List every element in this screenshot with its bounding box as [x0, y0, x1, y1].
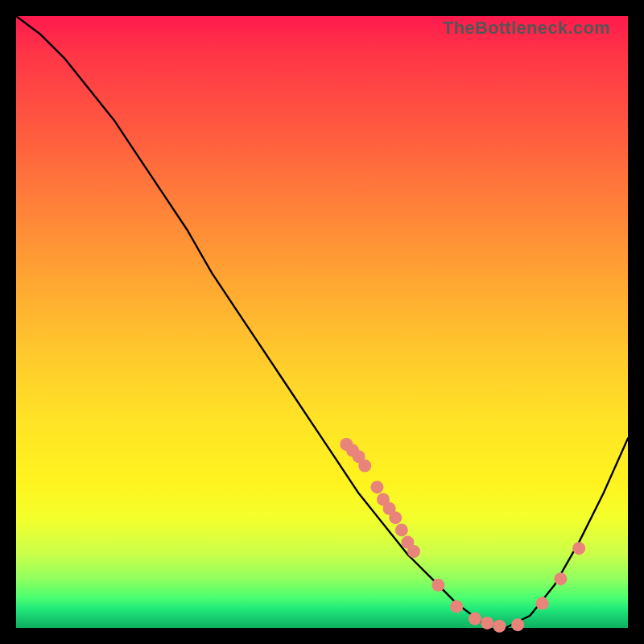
data-marker	[389, 511, 402, 524]
data-marker	[395, 523, 408, 536]
chart-frame: TheBottleneck.com	[16, 16, 628, 628]
data-marker	[407, 545, 420, 558]
data-marker	[572, 542, 585, 555]
bottleneck-curve	[16, 16, 628, 628]
data-marker	[493, 620, 506, 633]
data-marker	[469, 613, 481, 625]
watermark-text: TheBottleneck.com	[443, 18, 610, 39]
data-marker	[554, 572, 567, 585]
data-marker	[511, 618, 524, 631]
data-marker	[481, 617, 493, 630]
data-marker	[450, 600, 463, 613]
curve-layer	[16, 16, 628, 628]
data-marker	[358, 460, 371, 473]
data-marker	[431, 579, 444, 592]
marker-group	[340, 438, 585, 633]
data-marker	[370, 481, 383, 493]
data-marker	[536, 597, 549, 610]
